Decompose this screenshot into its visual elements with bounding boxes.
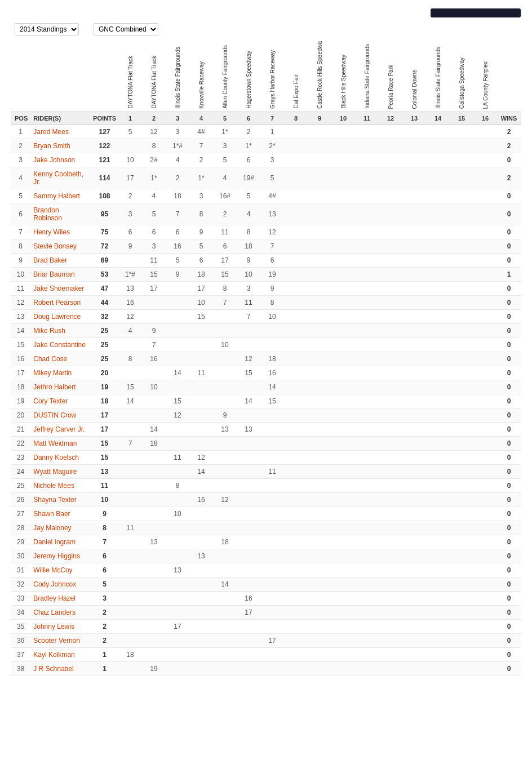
cell-points: 15	[91, 451, 118, 465]
cell-rider: DUSTIN Crow	[30, 408, 91, 423]
cell-col-3	[166, 465, 189, 479]
cell-pos: 14	[11, 324, 30, 338]
cell-col-3: 17	[166, 620, 189, 634]
cell-col-6	[237, 380, 260, 394]
cell-col-12	[379, 408, 402, 423]
cell-rider: Jeremy Higgins	[30, 549, 91, 563]
cell-col-9	[308, 282, 331, 296]
cell-col-8	[284, 578, 308, 592]
venue-label-3: Illinois State Fairgrounds	[175, 47, 181, 109]
cell-col-3	[166, 549, 189, 563]
cell-col-4	[189, 479, 213, 493]
cell-wins: 0	[497, 479, 521, 493]
cell-pos: 8	[11, 239, 30, 254]
cell-col-8	[284, 366, 308, 380]
cell-col-9	[308, 437, 331, 451]
cell-col-15	[450, 606, 473, 620]
cell-col-7	[260, 563, 284, 578]
class-select[interactable]: GNC Combined	[94, 23, 158, 35]
table-row: 37Kayl Kolkman1180	[11, 648, 521, 662]
cell-col-3: 3	[166, 125, 189, 139]
cell-col-11	[355, 254, 379, 268]
venue-header-13: Colonial Downs	[402, 40, 426, 112]
cell-col-16	[473, 153, 497, 167]
cell-col-14	[426, 296, 450, 310]
cell-wins: 0	[497, 521, 521, 535]
cell-col-14	[426, 521, 450, 535]
venue-header-row: DAYTONA Flat TrackDAYTONA Flat TrackIlli…	[11, 40, 521, 112]
cell-col-11	[355, 167, 379, 189]
cell-col-16	[473, 578, 497, 592]
col-num-8: 8	[284, 112, 308, 125]
cell-col-15	[450, 167, 473, 189]
cell-col-5: 7	[213, 296, 237, 310]
cell-col-14	[426, 167, 450, 189]
cell-col-8	[284, 592, 308, 606]
cell-col-6: 8	[237, 225, 260, 239]
cell-points: 2	[91, 606, 118, 620]
cell-col-12	[379, 606, 402, 620]
cell-wins: 0	[497, 352, 521, 366]
cell-col-16	[473, 592, 497, 606]
cell-pos: 25	[11, 479, 30, 493]
table-row: 26Shayna Texter1016120	[11, 493, 521, 507]
col-num-6: 6	[237, 112, 260, 125]
cell-pos: 5	[11, 189, 30, 203]
cell-col-4	[189, 648, 213, 662]
cell-col-15	[450, 592, 473, 606]
venue-label-14: Illinois State Fairgrounds	[435, 47, 441, 109]
cell-rider: Brandon Robinson	[30, 203, 91, 225]
cell-col-15	[450, 153, 473, 167]
cell-col-1: 16	[118, 296, 142, 310]
cell-col-14	[426, 352, 450, 366]
cell-col-3: 8	[166, 479, 189, 493]
cell-col-7	[260, 507, 284, 521]
cell-points: 3	[91, 592, 118, 606]
cell-col-15	[450, 239, 473, 254]
cell-col-8	[284, 465, 308, 479]
cell-col-7	[260, 620, 284, 634]
cell-rider: Robert Pearson	[30, 296, 91, 310]
cell-col-9	[308, 648, 331, 662]
venue-label-10: Black Hills Speedway	[340, 55, 347, 109]
cell-col-11	[355, 310, 379, 324]
col-num-9: 9	[308, 112, 331, 125]
year-select[interactable]: 2014 Standings	[15, 23, 79, 35]
cell-col-10	[331, 225, 355, 239]
cell-col-1	[118, 606, 142, 620]
cell-col-2: 1*	[142, 167, 166, 189]
cell-points: 44	[91, 296, 118, 310]
cell-col-14	[426, 592, 450, 606]
cell-col-4	[189, 437, 213, 451]
cell-col-7: 12	[260, 225, 284, 239]
cell-col-12	[379, 662, 402, 676]
cell-points: 8	[91, 521, 118, 535]
table-row: 14Mike Rush25490	[11, 324, 521, 338]
cell-col-13	[402, 352, 426, 366]
cell-wins: 0	[497, 493, 521, 507]
cell-rider: Mike Rush	[30, 324, 91, 338]
cell-col-15	[450, 203, 473, 225]
cell-points: 18	[91, 394, 118, 408]
cell-col-6	[237, 479, 260, 493]
cell-points: 9	[91, 507, 118, 521]
cell-col-4: 2	[189, 153, 213, 167]
cell-pos: 32	[11, 578, 30, 592]
year-filter: 2014 Standings	[11, 23, 79, 35]
cell-col-4	[189, 620, 213, 634]
table-row: 36Scooter Vernon2170	[11, 634, 521, 648]
cell-col-11	[355, 203, 379, 225]
table-row: 16Chad Cose2581612180	[11, 352, 521, 366]
cell-rider: Briar Bauman	[30, 268, 91, 282]
cell-col-3	[166, 423, 189, 437]
cell-col-1: 4	[118, 324, 142, 338]
table-row: 7Henry Wiles756669118120	[11, 225, 521, 239]
cell-col-6	[237, 620, 260, 634]
cell-col-4	[189, 394, 213, 408]
cell-rider: Bryan Smith	[30, 139, 91, 153]
table-row: 33Bradley Hazel3160	[11, 592, 521, 606]
cell-col-9	[308, 153, 331, 167]
cell-col-6: 5	[237, 189, 260, 203]
cell-col-14	[426, 189, 450, 203]
cell-col-6	[237, 338, 260, 352]
